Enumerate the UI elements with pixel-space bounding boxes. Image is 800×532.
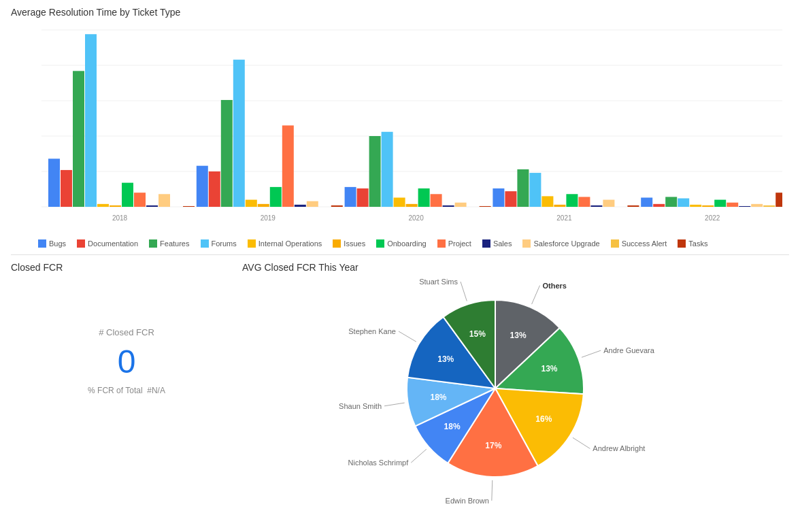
legend-color-swatch (522, 239, 531, 248)
legend-item: Issues (333, 239, 365, 248)
svg-rect-17 (110, 205, 121, 207)
legend-color-swatch (611, 239, 619, 248)
svg-rect-43 (431, 194, 442, 207)
pie-label-line (411, 449, 427, 463)
svg-rect-67 (727, 203, 738, 207)
svg-rect-57 (603, 200, 614, 207)
svg-rect-14 (73, 71, 84, 207)
svg-rect-30 (270, 187, 282, 207)
pie-external-label: Others (543, 282, 567, 290)
svg-rect-53 (554, 205, 565, 207)
pie-slice-label: 13% (437, 354, 454, 364)
pie-label-line (399, 331, 416, 342)
pie-slice-label: 15% (469, 329, 486, 339)
legend-color-swatch (77, 239, 85, 248)
legend-color-swatch (678, 239, 686, 248)
svg-rect-63 (678, 199, 689, 207)
svg-rect-12 (48, 159, 60, 207)
legend-item: Documentation (77, 239, 138, 248)
svg-rect-49 (505, 191, 516, 207)
svg-rect-18 (122, 183, 133, 207)
pie-chart-section: AVG Closed FCR This Year 13%Others13%And… (242, 262, 789, 497)
legend-color-swatch (248, 239, 256, 248)
legend-item: Project (437, 239, 471, 248)
pie-slice-label: 18% (431, 393, 447, 402)
svg-rect-62 (665, 197, 677, 207)
svg-rect-19 (134, 193, 146, 207)
legend-label: Issues (344, 239, 365, 248)
svg-rect-21 (159, 194, 170, 207)
bar-chart-section: Average Resolution Time by Ticket Type 1… (11, 7, 789, 255)
pie-label-line (384, 403, 405, 406)
svg-rect-58 (627, 205, 639, 207)
legend-item: Salesforce Upgrade (522, 239, 599, 248)
svg-rect-52 (541, 196, 553, 207)
svg-text:2019: 2019 (261, 214, 276, 222)
closed-fcr-metric-label: # Closed FCR (99, 327, 154, 337)
legend-color-swatch (376, 239, 384, 248)
svg-rect-22 (183, 206, 195, 207)
pie-label-line (461, 282, 467, 301)
legend-label: Bugs (49, 239, 66, 248)
svg-rect-32 (295, 205, 306, 207)
legend-label: Documentation (88, 239, 138, 248)
bottom-section: Closed FCR # Closed FCR 0 % FCR of Total… (11, 262, 789, 497)
pie-slice-label: 13% (541, 364, 557, 373)
pie-slice-label: 18% (444, 422, 461, 431)
svg-rect-50 (517, 169, 529, 207)
closed-fcr-title: Closed FCR (11, 262, 242, 273)
svg-rect-28 (246, 200, 257, 207)
closed-fcr-section: Closed FCR # Closed FCR 0 % FCR of Total… (11, 262, 242, 497)
bar-chart-title: Average Resolution Time by Ticket Type (11, 7, 789, 18)
pie-chart-title: AVG Closed FCR This Year (242, 262, 789, 273)
svg-text:2018: 2018 (112, 214, 128, 222)
svg-rect-55 (578, 197, 590, 207)
svg-rect-61 (653, 204, 665, 207)
main-container: Average Resolution Time by Ticket Type 1… (0, 0, 800, 532)
svg-rect-39 (382, 132, 393, 207)
svg-rect-37 (357, 188, 369, 207)
pie-chart-wrapper: 13%Others13%Andre Guevara16%Andrew Albri… (242, 280, 789, 497)
pie-external-label: Nicholas Schrimpf (348, 459, 410, 467)
svg-rect-56 (590, 205, 602, 207)
svg-rect-66 (714, 200, 726, 207)
legend-item: Success Alert (611, 239, 667, 248)
legend-color-swatch (437, 239, 446, 248)
legend-color-swatch (201, 239, 209, 248)
legend-label: Tasks (688, 239, 707, 248)
svg-rect-70 (763, 205, 775, 207)
pie-label-line (573, 437, 590, 448)
legend-item: Bugs (38, 239, 66, 248)
legend-item: Sales (482, 239, 512, 248)
legend-color-swatch (482, 239, 490, 248)
svg-rect-31 (282, 125, 294, 207)
legend-label: Internal Operations (259, 239, 322, 248)
legend-item: Tasks (678, 239, 707, 248)
chart-legend: BugsDocumentationFeaturesForumsInternal … (11, 239, 789, 248)
closed-fcr-value: 0 (118, 343, 136, 380)
pie-external-label: Stephen Kane (348, 327, 396, 335)
pie-external-label: Stuart Sims (419, 278, 458, 286)
svg-rect-45 (455, 203, 467, 207)
svg-rect-68 (739, 206, 750, 207)
svg-rect-15 (85, 34, 97, 207)
legend-item: Onboarding (376, 239, 427, 248)
legend-label: Forums (212, 239, 237, 248)
closed-fcr-content: # Closed FCR 0 % FCR of Total #N/A (11, 300, 242, 422)
pie-label-line (532, 286, 540, 305)
legend-item: Forums (201, 239, 237, 248)
svg-rect-24 (197, 166, 208, 207)
svg-rect-69 (751, 204, 763, 207)
svg-rect-26 (221, 100, 233, 207)
svg-rect-41 (406, 204, 418, 207)
pie-external-label: Andre Guevara (603, 346, 654, 354)
svg-rect-33 (307, 201, 318, 207)
pie-label-line (492, 480, 493, 501)
pie-slice-label: 16% (535, 414, 552, 424)
svg-rect-40 (394, 197, 405, 207)
svg-rect-42 (418, 188, 430, 207)
legend-label: Features (160, 239, 189, 248)
legend-label: Onboarding (387, 239, 427, 248)
svg-rect-60 (641, 197, 652, 207)
svg-rect-44 (443, 205, 454, 207)
